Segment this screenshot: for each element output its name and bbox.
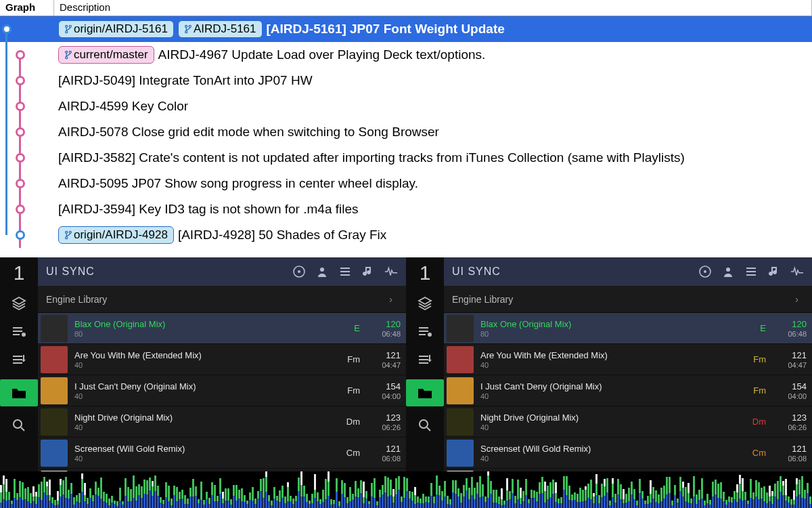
track-time: 06:48 xyxy=(367,330,401,338)
track-bpm: 123 xyxy=(367,412,401,423)
track-row[interactable]: I Just Can't Deny (Original Mix)40Fm1540… xyxy=(38,375,406,406)
dj-main: UI SYNCEngine Library›Blax One (Original… xyxy=(38,257,406,471)
svg-point-10 xyxy=(69,231,71,233)
prepare-icon[interactable] xyxy=(9,351,28,370)
svg-point-5 xyxy=(185,31,187,33)
track-bpm: 154 xyxy=(773,381,807,391)
note-icon[interactable] xyxy=(361,265,375,278)
prepare-icon[interactable] xyxy=(415,351,434,370)
waveform[interactable] xyxy=(406,471,812,508)
track-meta: 12104:47 xyxy=(773,350,807,369)
commit-node xyxy=(16,205,25,214)
track-time: 06:08 xyxy=(367,454,401,463)
track-time: 04:00 xyxy=(773,392,807,400)
commit-node xyxy=(16,50,25,60)
files-icon[interactable] xyxy=(0,379,38,406)
vinyl-icon[interactable] xyxy=(698,265,712,278)
waveform[interactable] xyxy=(0,471,406,508)
branch-tag[interactable]: AIRDJ-5161 xyxy=(178,20,263,38)
track-time: 04:47 xyxy=(773,361,807,369)
track-sub: 40 xyxy=(74,423,333,431)
dj-breadcrumb[interactable]: Engine Library› xyxy=(444,286,812,313)
track-row[interactable]: I Just Can't Deny (Original Mix)40Fm1540… xyxy=(444,375,812,406)
svg-point-12 xyxy=(22,333,26,337)
track-row[interactable]: Night Drive (Original Mix)40Dm12306:26 xyxy=(38,406,406,438)
track-bpm: 121 xyxy=(773,444,807,454)
playlists-icon[interactable] xyxy=(9,322,28,341)
track-info: Are You With Me (Extended Mix)40 xyxy=(74,350,333,369)
pulse-icon[interactable] xyxy=(384,265,398,278)
commit-row[interactable]: AIRDJ-5095 JP07 Show song progress in ce… xyxy=(0,171,812,196)
dj-main: UI SYNCEngine Library›Blax One (Original… xyxy=(444,257,812,471)
track-info: Blax One (Original Mix)80 xyxy=(480,319,739,338)
branch-tag[interactable]: origin/AIRDJ-5161 xyxy=(58,20,174,38)
track-meta: 12306:26 xyxy=(367,412,401,431)
track-sub: 40 xyxy=(480,423,739,431)
track-key: Fm xyxy=(340,385,360,396)
commit-desc: origin/AIRDJ-5161AIRDJ-5161[AIRDJ-5161] … xyxy=(54,20,812,38)
album-art xyxy=(447,408,474,436)
commit-row[interactable]: [AIRDJ-3582] Crate's content is not upda… xyxy=(0,145,812,171)
commit-desc: current/masterAIRDJ-4967 Update Load ove… xyxy=(54,46,812,64)
col-header-graph[interactable]: Graph xyxy=(0,0,54,16)
commit-message: [AIRDJ-3582] Crate's content is not upda… xyxy=(58,150,685,165)
graph-col xyxy=(0,93,54,119)
dj-sidebar: 1 xyxy=(406,257,444,471)
track-info: Are You With Me (Extended Mix)40 xyxy=(480,350,739,369)
track-row[interactable]: Screenset (Will Gold Remix)40Cm12106:08 xyxy=(38,438,406,469)
artist-icon[interactable] xyxy=(315,265,329,278)
track-title: Blax One (Original Mix) xyxy=(480,319,739,329)
search-icon[interactable] xyxy=(9,416,28,435)
track-title: Screenset (Will Gold Remix) xyxy=(480,444,739,454)
track-row[interactable]: Are You With Me (Extended Mix)40Fm12104:… xyxy=(444,344,812,375)
album-art xyxy=(447,315,474,342)
note-icon[interactable] xyxy=(767,265,781,278)
pulse-icon[interactable] xyxy=(790,265,804,278)
svg-point-7 xyxy=(69,51,71,53)
vinyl-icon[interactable] xyxy=(292,265,306,278)
track-title: Screenset (Will Gold Remix) xyxy=(74,444,333,454)
branch-tag[interactable]: origin/AIRDJ-4928 xyxy=(58,226,174,244)
commit-row[interactable]: AIRDJ-4599 Key Color xyxy=(0,93,812,119)
dj-titlebar: UI SYNC xyxy=(444,257,812,286)
playlists-icon[interactable] xyxy=(415,322,434,341)
svg-point-0 xyxy=(66,25,68,27)
track-title: Are You With Me (Extended Mix) xyxy=(74,350,333,360)
col-header-description[interactable]: Description xyxy=(54,0,812,16)
track-row[interactable]: Night Drive (Original Mix)40Dm12306:26 xyxy=(444,406,812,438)
list-icon[interactable] xyxy=(338,265,352,278)
commit-row[interactable]: [AIRDJ-3594] Key ID3 tag is not shown fo… xyxy=(0,196,812,222)
dj-breadcrumb[interactable]: Engine Library› xyxy=(38,286,406,313)
track-row[interactable]: Blax One (Original Mix)80E12006:48 xyxy=(38,313,406,344)
track-row[interactable]: Screenset (Will Gold Remix)40Cm12106:08 xyxy=(444,438,812,469)
commit-row[interactable]: current/masterAIRDJ-4967 Update Load ove… xyxy=(0,42,812,68)
crates-icon[interactable] xyxy=(415,294,434,313)
files-icon[interactable] xyxy=(406,379,444,406)
track-sub: 80 xyxy=(74,330,333,338)
artist-icon[interactable] xyxy=(721,265,735,278)
album-art xyxy=(41,408,68,436)
track-row[interactable]: Blax One (Original Mix)80E12006:48 xyxy=(444,313,812,344)
track-row[interactable]: Are You With Me (Extended Mix)40Fm12104:… xyxy=(38,344,406,375)
track-info: I Just Can't Deny (Original Mix)40 xyxy=(74,381,333,400)
graph-col xyxy=(0,119,54,145)
commit-node xyxy=(16,153,25,163)
commit-row[interactable]: origin/AIRDJ-5161AIRDJ-5161[AIRDJ-5161] … xyxy=(0,16,812,42)
branch-tag[interactable]: current/master xyxy=(58,46,154,64)
commit-row[interactable]: origin/AIRDJ-4928[AIRDJ-4928] 50 Shades … xyxy=(0,222,812,248)
commit-row[interactable]: [AIRDJ-5049] Integrate TonArt into JP07 … xyxy=(0,68,812,93)
list-icon[interactable] xyxy=(744,265,758,278)
track-bpm: 121 xyxy=(367,444,401,454)
commit-row[interactable]: AIRDJ-5078 Close grid edit mode when swi… xyxy=(0,119,812,145)
commit-desc: origin/AIRDJ-4928[AIRDJ-4928] 50 Shades … xyxy=(54,226,812,244)
track-key: E xyxy=(340,323,360,333)
svg-point-18 xyxy=(420,420,428,428)
commit-message: AIRDJ-4967 Update Load over Playing Deck… xyxy=(158,47,486,62)
crates-icon[interactable] xyxy=(9,294,28,313)
track-sub: 40 xyxy=(480,361,739,369)
track-list: Blax One (Original Mix)80E12006:48Are Yo… xyxy=(38,313,406,471)
search-icon[interactable] xyxy=(415,416,434,435)
svg-point-13 xyxy=(14,420,22,428)
graph-col xyxy=(0,222,54,248)
track-info: Screenset (Will Gold Remix)40 xyxy=(74,444,333,463)
